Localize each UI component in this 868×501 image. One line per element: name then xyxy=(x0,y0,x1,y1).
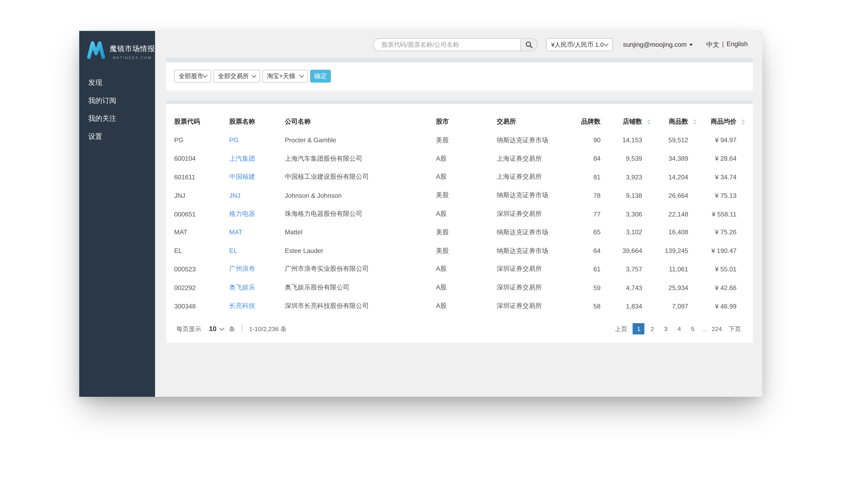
currency-select[interactable]: ¥人民币/人民币 1.0 xyxy=(546,38,613,51)
prev-page-button[interactable]: 上页 xyxy=(615,325,627,333)
caret-down-icon xyxy=(690,44,693,46)
page-button[interactable]: 2 xyxy=(646,323,658,335)
stock-name-link[interactable]: 广州浪奇 xyxy=(229,265,255,272)
cell-avg-price: ¥ 558.11 xyxy=(712,211,736,217)
stock-name-link[interactable]: MAT xyxy=(229,229,242,236)
cell-brand-count: 90 xyxy=(558,137,600,143)
sidebar-item[interactable]: 我的订阅 xyxy=(79,92,155,110)
pagination-divider xyxy=(242,324,242,333)
platform-filter-select[interactable]: 淘宝+天猫 xyxy=(262,70,308,83)
cell-avg-price: ¥ 190.47 xyxy=(712,247,737,254)
lang-zh-link[interactable]: 中文 xyxy=(706,40,719,49)
per-page-unit: 条 xyxy=(229,325,235,333)
col-header-price-label: 商品均价 xyxy=(710,117,736,126)
per-page-label: 每页显示 xyxy=(176,325,201,333)
cell-avg-price: ¥ 75.13 xyxy=(715,192,736,199)
cell-shop-count: 14,153 xyxy=(622,137,642,143)
col-header-shops: 店铺数 xyxy=(600,117,651,126)
col-header-name: 股票名称 xyxy=(229,117,285,126)
app-window: 魔镜市场情报 MKTINDEX.COM 发现 我的订阅 我的关注 xyxy=(79,31,762,397)
stock-name-link[interactable]: EL xyxy=(229,247,237,254)
cell-avg-price: ¥ 28.64 xyxy=(715,155,736,162)
confirm-button[interactable]: 确定 xyxy=(310,70,331,83)
cell-market: A股 xyxy=(436,302,497,310)
table-row: 000651 格力电器 珠海格力电器股份有限公司 A股 深圳证券交易所 77 3… xyxy=(174,205,745,223)
lang-separator: | xyxy=(722,40,724,49)
cell-market: 美股 xyxy=(436,191,497,200)
cell-stock-code: PG xyxy=(174,137,229,143)
cell-avg-price: ¥ 75.26 xyxy=(715,229,736,236)
cell-stock-code: 600104 xyxy=(174,155,229,162)
market-filter-select[interactable]: 全部股市 xyxy=(174,70,211,83)
sort-icon[interactable] xyxy=(693,119,696,125)
currency-value: ¥人民币/人民币 1.0 xyxy=(551,40,604,49)
sort-icon[interactable] xyxy=(741,119,745,125)
per-page-value[interactable]: 10 xyxy=(209,325,217,333)
cell-stock-code: EL xyxy=(174,247,229,254)
table-row: 600104 上汽集团 上海汽车集团股份有限公司 A股 上海证券交易所 84 9… xyxy=(174,149,745,168)
chevron-down-icon xyxy=(604,41,609,46)
cell-company-name: 深圳市长亮科技股份有限公司 xyxy=(285,302,436,310)
cell-product-count: 14,204 xyxy=(669,174,688,180)
cell-brand-count: 59 xyxy=(558,284,600,291)
page-button[interactable]: 3 xyxy=(660,323,672,335)
page-button[interactable]: 4 xyxy=(673,323,685,335)
col-header-shops-label: 店铺数 xyxy=(623,117,642,126)
stock-name-link[interactable]: 长亮科技 xyxy=(229,302,255,309)
search-input[interactable] xyxy=(373,39,520,51)
last-page-button[interactable]: 224 xyxy=(710,323,723,335)
cell-brand-count: 64 xyxy=(558,247,600,254)
stock-name-link[interactable]: 格力电器 xyxy=(229,210,255,217)
chevron-down-icon[interactable] xyxy=(220,326,224,330)
sidebar-item[interactable]: 设置 xyxy=(79,128,155,146)
filter-card-scrollbar-strip xyxy=(166,58,753,62)
cell-product-count: 59,512 xyxy=(669,137,688,143)
cell-exchange: 深圳证券交易所 xyxy=(497,284,558,292)
sidebar-menu: 发现 我的订阅 我的关注 设置 xyxy=(79,74,155,146)
cell-exchange: 纳斯达克证券市场 xyxy=(497,191,558,200)
cell-market: 美股 xyxy=(436,136,497,144)
cell-avg-price: ¥ 46.99 xyxy=(715,303,736,310)
exchange-filter-select[interactable]: 全部交易所 xyxy=(214,70,260,83)
market-filter-value: 全部股市 xyxy=(179,72,204,81)
stock-name-link[interactable]: 上汽集团 xyxy=(229,155,255,162)
stock-name-link[interactable]: PG xyxy=(229,137,239,143)
sidebar-item[interactable]: 我的关注 xyxy=(79,110,155,128)
main-area: ¥人民币/人民币 1.0 sunjing@moojing.com 中文 | En… xyxy=(155,31,762,397)
page-button[interactable]: 1 xyxy=(633,323,645,335)
cell-brand-count: 65 xyxy=(558,229,600,236)
sort-icon[interactable] xyxy=(647,119,650,125)
logo-title: 魔镜市场情报 xyxy=(110,44,155,54)
table-row: 002292 奥飞娱乐 奥飞娱乐股份有限公司 A股 深圳证券交易所 59 4,7… xyxy=(174,278,745,297)
per-page-control: 每页显示 10 条 1-10/2,236 条 xyxy=(176,324,286,333)
cell-shop-count: 9,138 xyxy=(626,192,642,199)
cell-shop-count: 39,664 xyxy=(622,247,642,254)
table-card-scrollbar-strip xyxy=(166,100,753,104)
cell-market: A股 xyxy=(436,173,497,181)
cell-avg-price: ¥ 55.01 xyxy=(715,266,736,273)
cell-brand-count: 77 xyxy=(558,211,600,217)
lang-en-link[interactable]: English xyxy=(727,40,748,49)
cell-company-name: Mattel xyxy=(285,229,436,236)
table-row: 300348 长亮科技 深圳市长亮科技股份有限公司 A股 深圳证券交易所 58 … xyxy=(174,297,745,315)
cell-shop-count: 3,306 xyxy=(626,211,642,217)
user-email: sunjing@moojing.com xyxy=(623,41,687,48)
sidebar-item[interactable]: 发现 xyxy=(79,74,155,92)
stock-name-link[interactable]: 奥飞娱乐 xyxy=(229,284,255,291)
cell-exchange: 上海证券交易所 xyxy=(497,173,558,181)
cell-brand-count: 58 xyxy=(558,303,600,310)
search-button[interactable] xyxy=(520,39,537,51)
sidebar: 魔镜市场情报 MKTINDEX.COM 发现 我的订阅 我的关注 xyxy=(79,31,155,397)
cell-shop-count: 9,539 xyxy=(626,155,642,162)
cell-shop-count: 3,102 xyxy=(626,229,642,236)
cell-market: 美股 xyxy=(436,228,497,236)
cell-exchange: 深圳证券交易所 xyxy=(497,302,558,310)
user-menu[interactable]: sunjing@moojing.com xyxy=(623,41,693,48)
cell-stock-code: 000651 xyxy=(174,211,229,217)
stock-name-link[interactable]: JNJ xyxy=(229,192,240,199)
cell-product-count: 25,934 xyxy=(669,284,688,291)
cell-stock-code: 601611 xyxy=(174,174,229,180)
next-page-button[interactable]: 下页 xyxy=(729,325,741,333)
page-button[interactable]: 5 xyxy=(687,323,699,335)
stock-name-link[interactable]: 中国核建 xyxy=(229,173,255,180)
